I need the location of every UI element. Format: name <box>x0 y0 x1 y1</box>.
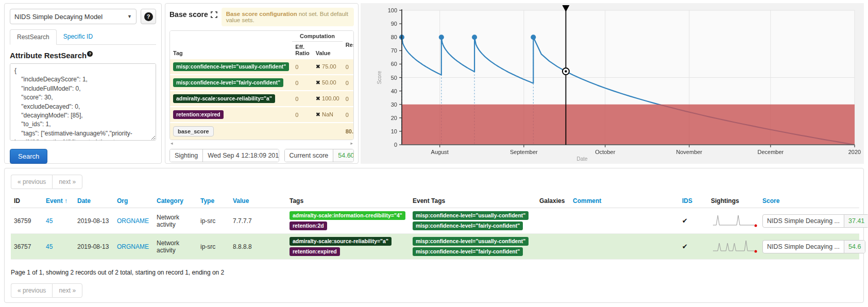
col-ids[interactable]: IDS <box>679 194 708 208</box>
multiply-icon: ✖ <box>316 63 322 70</box>
svg-text:70: 70 <box>391 47 397 54</box>
current-score-value: 54.60 <box>333 149 354 162</box>
next-page-button[interactable]: next » <box>52 175 82 189</box>
col-galaxies: Galaxies <box>536 194 570 208</box>
current-score-label: Current score <box>285 149 333 162</box>
result-value: 0 <box>343 59 354 75</box>
col-score[interactable]: Score <box>759 194 859 208</box>
sighting-point[interactable] <box>439 35 444 40</box>
y-axis-label: Score <box>377 71 382 84</box>
col-event[interactable]: Event ↑ <box>43 194 74 208</box>
col-value: Value <box>313 42 343 59</box>
next-page-button[interactable]: next » <box>52 283 82 298</box>
sighting-group: Sighting Wed Sep 4 12:18:09 2019 <box>169 149 279 162</box>
base-score-header: Base score Base score configuration not … <box>169 8 354 26</box>
tag-badge: retention:2d <box>290 221 327 230</box>
ids-check-icon: ✔ <box>679 208 708 234</box>
computation-value: ✖50.00 <box>313 75 343 91</box>
org-link[interactable]: ORGNAME <box>117 243 149 250</box>
attribute-comment <box>570 208 679 234</box>
svg-text:50: 50 <box>391 75 397 81</box>
event-tag-badge: misp:confidence-level="usually-confident… <box>413 237 529 246</box>
previous-page-button[interactable]: « previous <box>11 175 52 189</box>
col-comment[interactable]: Comment <box>570 194 679 208</box>
multiply-icon: ✖ <box>316 95 322 101</box>
base-score-alert: Base score configuration not set. But de… <box>222 8 354 26</box>
svg-text:10: 10 <box>391 128 397 134</box>
result-value: 0 <box>343 107 354 123</box>
expand-icon[interactable] <box>211 11 217 18</box>
sighting-label: Sighting <box>170 149 202 162</box>
decaying-model-selected-value: NIDS Simple Decaying Model <box>14 13 103 21</box>
sightings-sparkline <box>711 212 758 228</box>
col-sightings: Sightings <box>708 194 759 208</box>
decay-chart-svg: 0102030405060708090100AugustSeptemberOct… <box>361 3 864 164</box>
results-header-row: ID Event ↑ Date Org Category Type Value … <box>11 194 859 208</box>
scroll-right-icon[interactable]: ▸ <box>350 141 353 146</box>
col-org[interactable]: Org <box>114 194 154 208</box>
svg-text:August: August <box>431 149 449 155</box>
org-link[interactable]: ORGNAME <box>117 217 149 225</box>
col-id: ID <box>11 194 43 208</box>
score-model-name: NIDS Simple Decaying ... <box>763 215 844 227</box>
svg-text:30: 30 <box>391 101 397 108</box>
tab-specific-id[interactable]: Specific ID <box>57 29 99 44</box>
x-axis-label: Date <box>576 156 588 162</box>
pagination-summary: Page 1 of 1, showing 2 records out of 2 … <box>11 269 857 276</box>
base-score-panel: Base score Base score configuration not … <box>165 3 359 164</box>
search-button[interactable]: Search <box>10 149 47 164</box>
event-tag-badge: misp:confidence-level="fairly-confident" <box>413 221 523 230</box>
svg-text:100: 100 <box>388 7 397 13</box>
tag-badge: retention:expired <box>173 110 224 119</box>
base-score-table-wrap: Tag Computation Result Eff. Ratio Value … <box>169 30 354 140</box>
svg-text:0: 0 <box>394 142 397 148</box>
computation-value: ✖NaN <box>313 107 343 123</box>
eff-ratio-value: 0 <box>292 75 313 91</box>
horizontal-scrollbar[interactable]: ◂ ▸ <box>169 140 354 146</box>
model-selector-row: NIDS Simple Decaying Model ▼ ? <box>10 9 156 24</box>
heading-help-icon: ? <box>87 51 93 57</box>
scroll-left-icon[interactable]: ◂ <box>171 141 173 146</box>
decaying-model-select[interactable]: NIDS Simple Decaying Model ▼ <box>10 9 137 24</box>
ids-check-icon: ✔ <box>679 234 708 260</box>
svg-text:20: 20 <box>391 115 397 121</box>
sighting-point[interactable] <box>472 35 477 40</box>
sighting-summary-row: Sighting Wed Sep 4 12:18:09 2019 Current… <box>169 149 354 162</box>
score-box[interactable]: NIDS Simple Decaying ... 37.41 <box>762 214 868 228</box>
base-score-total: 80.00 <box>343 123 354 140</box>
attribute-date: 2019-08-13 <box>74 234 114 260</box>
result-value: 0 <box>343 91 354 107</box>
col-category[interactable]: Category <box>154 194 197 208</box>
attribute-type: ip-src <box>197 234 230 260</box>
tab-restsearch[interactable]: RestSearch <box>10 29 57 45</box>
sighting-point[interactable] <box>531 35 536 40</box>
attribute-id: 36757 <box>11 234 43 260</box>
event-tag-badge: misp:confidence-level="usually-confident… <box>413 211 529 220</box>
score-value: 37.41 <box>844 215 868 227</box>
score-box[interactable]: NIDS Simple Decaying ... 54.6 <box>762 240 865 253</box>
tag-badge: misp:confidence-level="fairly-confident" <box>173 78 283 87</box>
pagination-top: « previous next » <box>11 175 82 189</box>
pagination-bottom: « previous next » <box>11 283 82 298</box>
event-link[interactable]: 45 <box>46 243 53 250</box>
svg-text:2020: 2020 <box>848 149 861 155</box>
base-score-row: misp:confidence-level="fairly-confident"… <box>170 75 354 91</box>
attribute-id: 36759 <box>11 208 43 234</box>
computation-value: ✖100.00 <box>313 91 343 107</box>
sightings-sparkline <box>711 238 758 253</box>
attribute-value: 7.7.7.7 <box>230 208 286 234</box>
col-date[interactable]: Date <box>74 194 114 208</box>
col-type[interactable]: Type <box>197 194 230 208</box>
sighting-value: Wed Sep 4 12:18:09 2019 <box>202 149 279 162</box>
attribute-date: 2019-08-13 <box>74 208 114 234</box>
previous-page-button[interactable]: « previous <box>11 283 52 298</box>
attribute-row-highlighted: 36757 45 2019-08-13 ORGNAME Network acti… <box>11 234 859 260</box>
results-panel: « previous next » ID Event ↑ Date Org Ca… <box>4 168 864 303</box>
col-value[interactable]: Value <box>230 194 286 208</box>
svg-text:September: September <box>510 149 538 155</box>
restsearch-query-input[interactable]: { "includeDecayScore": 1, "includeFullMo… <box>10 63 156 141</box>
event-link[interactable]: 45 <box>46 217 53 225</box>
base-score-pill: base_score <box>173 126 214 137</box>
attribute-type: ip-src <box>197 208 230 234</box>
model-help-button[interactable]: ? <box>141 9 156 24</box>
